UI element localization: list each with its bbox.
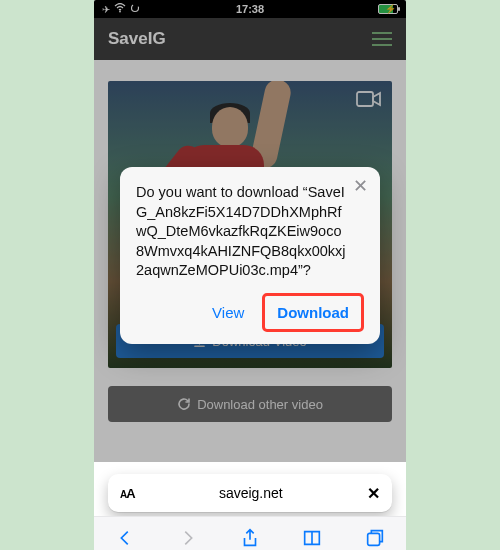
svg-rect-3 [367, 533, 379, 545]
site-header: SaveIG [94, 18, 406, 60]
download-confirm-dialog: ✕ Do you want to download “SaveIG_An8kzF… [120, 167, 380, 344]
share-button[interactable] [230, 522, 270, 551]
back-button[interactable] [105, 522, 145, 551]
dialog-actions: View Download [136, 293, 364, 332]
tabs-button[interactable] [355, 522, 395, 551]
browser-toolbar [94, 516, 406, 550]
menu-icon[interactable] [372, 32, 392, 46]
dialog-message: Do you want to download “SaveIG_An8kzFi5… [136, 183, 364, 281]
forward-button[interactable] [168, 522, 208, 551]
close-icon[interactable]: ✕ [353, 177, 368, 195]
view-button[interactable]: View [202, 298, 254, 327]
status-time: 17:38 [94, 3, 406, 15]
download-button[interactable]: Download [267, 298, 359, 327]
battery-icon: ⚡ [378, 4, 398, 14]
video-icon [356, 89, 382, 113]
download-other-button[interactable]: Download other video [108, 386, 392, 422]
svg-rect-2 [357, 92, 373, 106]
status-bar: ✈ 17:38 ⚡ [94, 0, 406, 18]
brand-logo: SaveIG [108, 29, 166, 49]
download-other-label: Download other video [197, 397, 323, 412]
reader-icon[interactable]: AA [120, 486, 135, 501]
bookmarks-button[interactable] [292, 522, 332, 551]
url-text: saveig.net [219, 485, 283, 501]
phone-frame: ✈ 17:38 ⚡ SaveIG [94, 0, 406, 550]
download-button-highlight: Download [262, 293, 364, 332]
clear-icon[interactable]: ✕ [367, 484, 380, 503]
url-bar[interactable]: AA saveig.net ✕ [108, 474, 392, 512]
reload-icon [177, 397, 191, 411]
